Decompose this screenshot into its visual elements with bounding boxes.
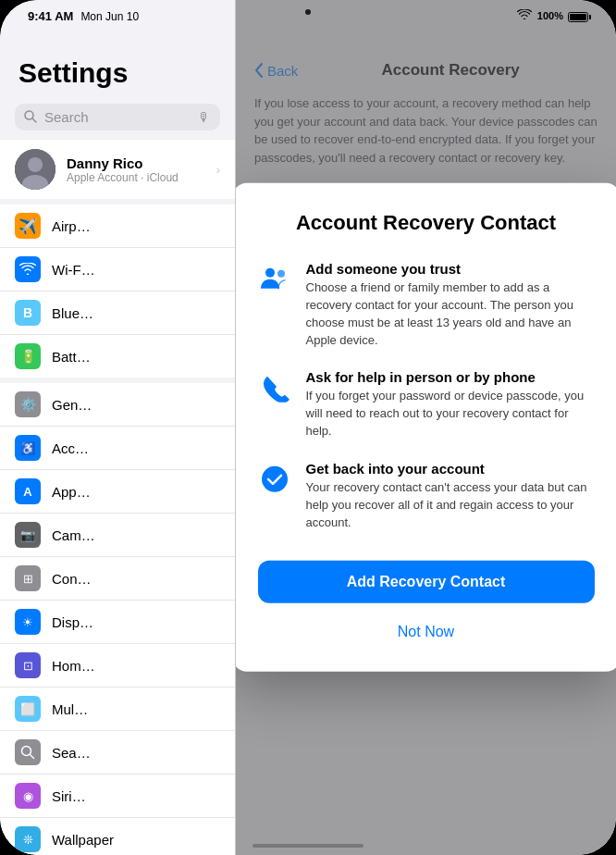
status-icons: 100% [517,9,588,23]
sidebar-item-search[interactable]: Sea… [0,731,235,774]
sidebar-item-appstore[interactable]: A App… [0,470,235,514]
sidebar-item-display[interactable]: ☀ Disp… [0,601,235,644]
airplane-icon: ✈️ [15,213,41,239]
accessibility-icon: ♿ [15,435,41,461]
sidebar-item-wifi[interactable]: Wi-F… [0,248,235,291]
general-icon: ⚙️ [15,391,41,417]
airplane-label: Airp… [52,218,91,234]
search-bar[interactable]: Search 🎙 [15,104,220,130]
homescreen-label: Hom… [52,658,95,674]
display-label: Disp… [52,614,93,630]
not-now-button[interactable]: Not Now [258,614,595,650]
bluetooth-icon: B [15,300,41,326]
wifi-settings-icon [15,256,41,282]
svg-point-12 [265,268,275,278]
search-icon [24,110,39,125]
settings-group-2: ⚙️ Gen… ♿ Acc… A App… 📷 Cam… ⊞ Con… [0,383,235,855]
feature-back-title: Get back into your account [306,461,595,477]
sidebar-item-airplane[interactable]: ✈️ Airp… [0,204,235,248]
svg-point-14 [262,466,288,492]
siri-icon: ◉ [15,783,41,809]
home-indicator [253,844,363,848]
feature-trust-text: Add someone you trust Choose a friend or… [306,261,595,349]
feature-add-trust: Add someone you trust Choose a friend or… [258,261,595,349]
camera-dot [305,9,311,15]
svg-line-6 [31,755,34,759]
user-subtitle: Apple Account · iCloud [67,171,179,184]
search-placeholder: Search [44,109,192,125]
accessibility-label: Acc… [52,440,89,456]
settings-group-1: ✈️ Airp… Wi-F… B [0,204,235,378]
sidebar-item-multitasking[interactable]: ⬜ Mul… [0,688,235,731]
wifi-label: Wi-F… [52,262,95,278]
user-name: Danny Rico [67,155,179,171]
general-label: Gen… [52,397,92,413]
sidebar-item-bluetooth[interactable]: B Blue… [0,291,235,335]
control-label: Con… [52,571,92,587]
status-date: Mon Jun 10 [80,10,139,23]
sidebar-item-battery[interactable]: 🔋 Batt… [0,335,235,378]
camera-label: Cam… [52,527,95,543]
battery-settings-icon: 🔋 [15,343,41,369]
feature-help-text: Ask for help in person or by phone If yo… [306,369,595,440]
wifi-icon [517,9,532,23]
control-icon: ⊞ [15,565,41,591]
feature-ask-help: Ask for help in person or by phone If yo… [258,369,595,440]
screen: 9:41 AM Mon Jun 10 100% [0,0,616,855]
battery-label: Batt… [52,349,91,365]
people-icon [258,263,291,296]
ipad-frame: 9:41 AM Mon Jun 10 100% [0,0,616,855]
feature-help-desc: If you forget your password or device pa… [306,388,595,440]
siri-label: Siri… [52,788,86,804]
feature-get-back: Get back into your account Your recovery… [258,461,595,532]
main-content: Back Account Recovery If you lose access… [236,0,616,855]
sidebar-item-siri[interactable]: ◉ Siri… [0,774,235,818]
search-settings-label: Sea… [52,745,91,761]
add-recovery-contact-button[interactable]: Add Recovery Contact [258,561,595,603]
svg-point-3 [28,157,43,172]
search-settings-icon [15,739,41,765]
sidebar-item-general[interactable]: ⚙️ Gen… [0,383,235,427]
user-info: Danny Rico Apple Account · iCloud [67,155,179,184]
profile-chevron: › [216,163,220,177]
wallpaper-icon: ❊ [15,826,41,852]
appstore-icon: A [15,478,41,504]
display-icon: ☀ [15,609,41,635]
status-time: 9:41 AM [28,9,73,23]
feature-trust-desc: Choose a friend or family member to add … [306,279,595,349]
bluetooth-label: Blue… [52,305,93,321]
feature-trust-title: Add someone you trust [306,261,595,277]
modal-title: Account Recovery Contact [258,211,595,235]
multitasking-icon: ⬜ [15,696,41,722]
homescreen-icon: ⊡ [15,652,41,678]
feature-back-text: Get back into your account Your recovery… [306,461,595,532]
checkmark-circle-icon [258,463,291,496]
feature-help-title: Ask for help in person or by phone [306,369,595,385]
appstore-label: App… [52,484,91,500]
battery-icon: 100% [537,10,588,22]
account-recovery-modal: Account Recovery Contact [236,183,616,672]
sidebar-item-accessibility[interactable]: ♿ Acc… [0,427,235,470]
svg-line-1 [32,118,36,122]
feature-back-desc: Your recovery contact can't access your … [306,479,595,532]
sidebar-item-homescreen[interactable]: ⊡ Hom… [0,644,235,688]
sidebar-item-camera[interactable]: 📷 Cam… [0,514,235,557]
sidebar-item-wallpaper[interactable]: ❊ Wallpaper [0,818,235,855]
phone-icon [258,371,291,404]
sidebar-item-control[interactable]: ⊞ Con… [0,557,235,601]
multitasking-label: Mul… [52,701,88,717]
avatar [15,149,55,190]
sidebar-title: Settings [0,46,235,98]
svg-point-13 [277,270,285,278]
camera-settings-icon: 📷 [15,522,41,548]
settings-sidebar: Settings Search 🎙 [0,0,236,855]
wallpaper-label: Wallpaper [52,832,114,848]
mic-icon: 🎙 [198,110,211,125]
modal-features: Add someone you trust Choose a friend or… [258,261,595,531]
user-profile[interactable]: Danny Rico Apple Account · iCloud › [0,140,235,199]
